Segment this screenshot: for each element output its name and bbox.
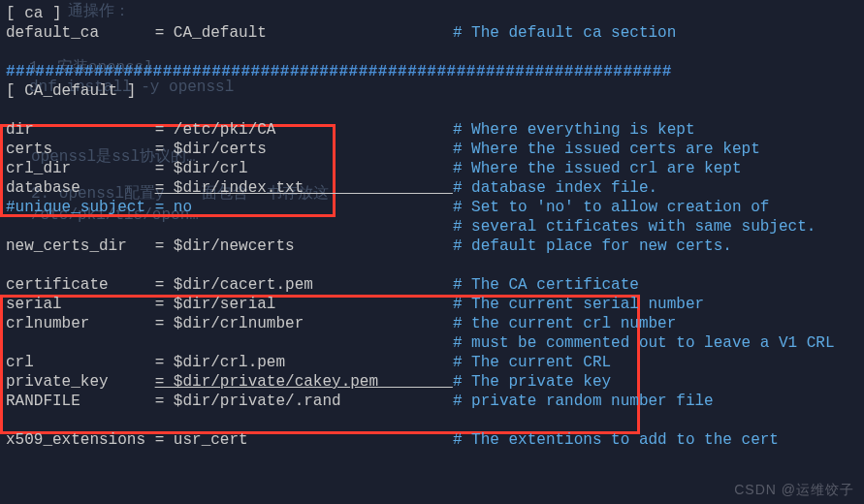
key: [ CA_default ] bbox=[6, 82, 136, 100]
key: crl bbox=[6, 354, 155, 371]
comment: # the current crl number bbox=[453, 315, 676, 332]
key: [ ca ] bbox=[6, 5, 62, 22]
key: certs bbox=[6, 141, 155, 158]
val: = $dir/cacert.pem bbox=[155, 276, 453, 294]
config-line: [ CA_default ] bbox=[6, 81, 864, 101]
val: = no bbox=[155, 199, 453, 216]
key: default_ca bbox=[6, 24, 155, 42]
comment: # The default ca section bbox=[453, 24, 676, 42]
config-line: #unique_subject = no # Set to 'no' to al… bbox=[6, 198, 864, 217]
comment: # several ctificates with same subject. bbox=[453, 218, 816, 236]
comment: # Where the issued crl are kept bbox=[453, 160, 742, 177]
val: = CA_default bbox=[155, 24, 453, 42]
val: = $dir/crlnumber bbox=[155, 315, 453, 332]
comment: # The extentions to add to the cert bbox=[453, 431, 779, 449]
val: = $dir/newcerts bbox=[155, 237, 453, 255]
key: new_certs_dir bbox=[6, 237, 155, 255]
key: serial bbox=[6, 296, 155, 313]
config-line: crl = $dir/crl.pem # The current CRL bbox=[6, 353, 864, 372]
key: dir bbox=[6, 121, 155, 139]
config-line: default_ca = CA_default # The default ca… bbox=[6, 23, 864, 43]
blank-line bbox=[6, 101, 864, 120]
val: = $dir/crl bbox=[155, 160, 453, 177]
divider-line: ########################################… bbox=[6, 62, 864, 81]
val: = $dir/serial bbox=[155, 296, 453, 313]
key: RANDFILE bbox=[6, 393, 155, 410]
config-line: certificate = $dir/cacert.pem # The CA c… bbox=[6, 275, 864, 295]
blank-line bbox=[6, 256, 864, 275]
watermark: CSDN @运维饺子 bbox=[734, 482, 854, 499]
blank-line bbox=[6, 43, 864, 62]
key: crlnumber bbox=[6, 315, 155, 332]
key: database bbox=[6, 179, 155, 197]
comment: # The current serial number bbox=[453, 296, 704, 313]
config-line: crl_dir = $dir/crl # Where the issued cr… bbox=[6, 159, 864, 178]
val: = $dir/crl.pem bbox=[155, 354, 453, 371]
config-line: private_key = $dir/private/cakey.pem # T… bbox=[6, 372, 864, 392]
config-line: crlnumber = $dir/crlnumber # the current… bbox=[6, 314, 864, 333]
config-line: certs = $dir/certs # Where the issued ce… bbox=[6, 140, 864, 159]
key: certificate bbox=[6, 276, 155, 294]
comment: # database index file. bbox=[453, 179, 657, 197]
val: = $dir/private/.rand bbox=[155, 393, 453, 410]
config-line: RANDFILE = $dir/private/.rand # private … bbox=[6, 392, 864, 411]
config-line: database = $dir/index.txt # database ind… bbox=[6, 178, 864, 198]
config-line: # must be commented out to leave a V1 CR… bbox=[6, 333, 864, 353]
config-line: x509_extensions = usr_cert # The extenti… bbox=[6, 430, 864, 450]
config-line: new_certs_dir = $dir/newcerts # default … bbox=[6, 236, 864, 256]
key: crl_dir bbox=[6, 160, 155, 177]
val: = $dir/private/cakey.pem bbox=[155, 373, 453, 391]
val: = $dir/index.txt bbox=[155, 179, 453, 197]
comment: # Set to 'no' to allow creation of bbox=[453, 199, 769, 216]
comment: # The private key bbox=[453, 373, 611, 391]
val: = /etc/pki/CA bbox=[155, 121, 453, 139]
key bbox=[6, 218, 155, 236]
config-line: serial = $dir/serial # The current seria… bbox=[6, 295, 864, 314]
key: #unique_subject bbox=[6, 199, 155, 216]
config-line: [ ca ] bbox=[6, 4, 864, 23]
config-line: # several ctificates with same subject. bbox=[6, 217, 864, 236]
comment: # private random number file bbox=[453, 393, 714, 410]
key: private_key bbox=[6, 373, 155, 391]
val: = usr_cert bbox=[155, 431, 453, 449]
comment: # The current CRL bbox=[453, 354, 611, 371]
comment: # The CA certificate bbox=[453, 276, 639, 294]
blank-line bbox=[6, 411, 864, 430]
comment: # default place for new certs. bbox=[453, 237, 732, 255]
key: x509_extensions bbox=[6, 431, 155, 449]
config-line: dir = /etc/pki/CA # Where everything is … bbox=[6, 120, 864, 140]
val: = $dir/certs bbox=[155, 141, 453, 158]
val bbox=[155, 334, 453, 352]
key bbox=[6, 334, 155, 352]
comment: # Where everything is kept bbox=[453, 121, 695, 139]
comment: # Where the issued certs are kept bbox=[453, 141, 760, 158]
val bbox=[155, 218, 453, 236]
comment: # must be commented out to leave a V1 CR… bbox=[453, 334, 835, 352]
